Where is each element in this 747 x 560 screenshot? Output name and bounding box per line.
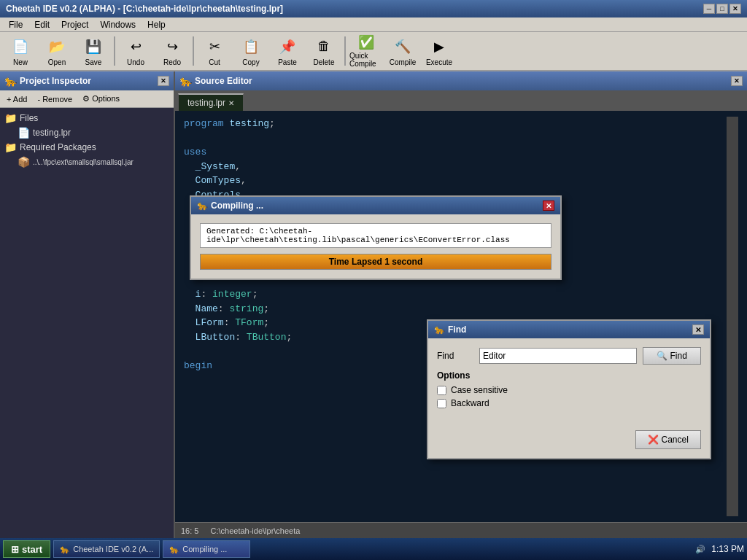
new-button[interactable]: 📄 New [3, 34, 38, 69]
project-inspector-panel: 🐆 Project Inspector ✕ + Add - Remove ⚙ O… [0, 71, 175, 538]
compiling-dialog-close[interactable]: ✕ [543, 201, 554, 211]
tree-package-name: ..\..\fpc\ext\smallsql\smallsql.jar [33, 158, 133, 166]
backward-checkbox[interactable] [437, 399, 446, 408]
redo-icon: ↪ [162, 36, 182, 57]
find-button[interactable]: 🔍 Find [643, 347, 701, 365]
code-editor[interactable]: program testing; uses _System, ComTypes,… [175, 111, 747, 522]
main-area: 🐆 Project Inspector ✕ + Add - Remove ⚙ O… [0, 71, 747, 538]
quick-compile-button[interactable]: ✅ Quick Compile [349, 34, 384, 69]
case-sensitive-row: Case sensitive [437, 385, 701, 395]
taskbar-item-cheetah[interactable]: 🐆 Cheetah IDE v0.2 (A... [53, 540, 160, 558]
find-label: Find [437, 351, 473, 361]
undo-icon: ↩ [125, 36, 146, 57]
start-button[interactable]: ⊞ start [3, 540, 50, 558]
compiling-taskbar-label: Compiling ... [182, 545, 227, 553]
menu-edit[interactable]: Edit [28, 18, 55, 31]
tree-files-folder[interactable]: 📁 Files [3, 111, 171, 125]
taskbar-item-compiling[interactable]: 🐆 Compiling ... [163, 540, 250, 558]
source-editor-panel: 🐆 Source Editor ✕ testing.lpr ✕ program … [175, 71, 747, 538]
folder-icon: 📁 [4, 112, 17, 124]
source-editor-icon: 🐆 [179, 75, 192, 87]
find-dialog-content: Find 🔍 Find Options Case sensitive Backw… [428, 338, 710, 458]
cheetah-taskbar-label: Cheetah IDE v0.2 (A... [73, 545, 153, 553]
save-icon: 💾 [83, 36, 104, 57]
project-inspector-title: Project Inspector [20, 76, 91, 86]
compile-icon: 🔨 [392, 36, 413, 57]
find-dialog: 🐆 Find ✕ Find 🔍 Find Options Case sensit… [427, 319, 711, 459]
start-label: start [22, 544, 42, 555]
app-title: Cheetah IDE v0.2 (ALPHA) - [C:\cheetah-i… [6, 4, 283, 14]
compile-button[interactable]: 🔨 Compile [385, 34, 420, 69]
window-controls: ─ □ ✕ [703, 4, 741, 14]
toolbar: 📄 New 📂 Open 💾 Save ↩ Undo ↪ Redo ✂ Cut … [0, 32, 747, 71]
options-label: Options [437, 370, 701, 381]
required-folder-icon: 📁 [4, 141, 17, 153]
editor-scrollbar[interactable] [727, 117, 738, 516]
execute-button[interactable]: ▶ Execute [422, 34, 457, 69]
project-inspector-toolbar: + Add - Remove ⚙ Options [0, 90, 174, 108]
package-icon: 📦 [18, 156, 30, 168]
tree-package-item[interactable]: 📦 ..\..\fpc\ext\smallsql\smallsql.jar [3, 155, 171, 169]
toolbar-separator-3 [344, 36, 346, 66]
tray-icon: 🔊 [695, 545, 705, 554]
case-sensitive-checkbox[interactable] [437, 386, 446, 395]
tree-files-label: Files [20, 113, 38, 123]
maximize-button[interactable]: □ [716, 4, 728, 14]
menu-windows[interactable]: Windows [94, 18, 142, 31]
backward-label[interactable]: Backward [451, 398, 489, 408]
tree-file-name: testing.lpr [33, 128, 71, 138]
copy-button[interactable]: 📋 Copy [233, 34, 268, 69]
project-inspector-close[interactable]: ✕ [158, 76, 169, 86]
editor-status-bar: 16: 5 C:\cheetah-ide\lpr\cheeta [175, 522, 747, 538]
tab-close-icon[interactable]: ✕ [228, 99, 234, 107]
delete-icon: 🗑 [314, 36, 334, 57]
compiling-dialog-title: 🐆 Compiling ... ✕ [191, 197, 560, 214]
project-inspector-header: 🐆 Project Inspector ✕ [0, 71, 174, 90]
taskbar-clock: 1:13 PM [711, 544, 744, 554]
new-icon: 📄 [10, 36, 31, 57]
case-sensitive-label[interactable]: Case sensitive [451, 385, 508, 395]
tree-required-folder[interactable]: 📁 Required Packages [3, 140, 171, 155]
editor-tabs: testing.lpr ✕ [175, 90, 747, 111]
open-icon: 📂 [47, 36, 67, 57]
progress-bar: Time Lapsed 1 second [200, 254, 551, 270]
save-button[interactable]: 💾 Save [76, 34, 111, 69]
menu-file[interactable]: File [3, 18, 28, 31]
tab-testing-lpr[interactable]: testing.lpr ✕ [178, 93, 244, 111]
menu-help[interactable]: Help [142, 18, 171, 31]
compiling-icon: 🐆 [197, 201, 208, 211]
paste-icon: 📌 [277, 36, 298, 57]
toolbar-separator-2 [193, 36, 194, 66]
cut-button[interactable]: ✂ Cut [197, 34, 232, 69]
options-button[interactable]: ⚙ Options [79, 93, 123, 105]
project-inspector-icon: 🐆 [4, 75, 17, 87]
compiling-dialog-content: Generated: C:\cheetah-ide\lpr\cheetah\te… [191, 214, 560, 279]
menu-project[interactable]: Project [55, 18, 94, 31]
redo-button[interactable]: ↪ Redo [155, 34, 190, 69]
delete-button[interactable]: 🗑 Delete [306, 34, 341, 69]
minimize-button[interactable]: ─ [703, 4, 715, 14]
find-dialog-close[interactable]: ✕ [692, 324, 704, 335]
taskbar: ⊞ start 🐆 Cheetah IDE v0.2 (A... 🐆 Compi… [0, 538, 747, 560]
find-dialog-title: 🐆 Find ✕ [428, 321, 710, 338]
find-input[interactable] [479, 348, 637, 364]
backward-row: Backward [437, 398, 701, 408]
add-button[interactable]: + Add [3, 93, 31, 105]
file-path: C:\cheetah-ide\lpr\cheeta [210, 526, 300, 535]
compiling-message: Generated: C:\cheetah-ide\lpr\cheetah\te… [200, 223, 551, 248]
open-button[interactable]: 📂 Open [39, 34, 74, 69]
tree-file-item[interactable]: 📄 testing.lpr [3, 125, 171, 140]
windows-logo-icon: ⊞ [11, 544, 19, 555]
cursor-position: 16: 5 [181, 526, 198, 535]
find-title-icon: 🐆 [434, 324, 445, 335]
source-editor-close[interactable]: ✕ [731, 76, 743, 86]
execute-icon: ▶ [429, 36, 449, 57]
cancel-button[interactable]: ❌ Cancel [635, 430, 701, 449]
tree-required-label: Required Packages [20, 142, 96, 152]
close-button[interactable]: ✕ [729, 4, 741, 14]
tab-label: testing.lpr [187, 98, 225, 108]
remove-button[interactable]: - Remove [34, 93, 76, 105]
undo-button[interactable]: ↩ Undo [118, 34, 153, 69]
compiling-taskbar-icon: 🐆 [169, 545, 179, 554]
paste-button[interactable]: 📌 Paste [270, 34, 305, 69]
